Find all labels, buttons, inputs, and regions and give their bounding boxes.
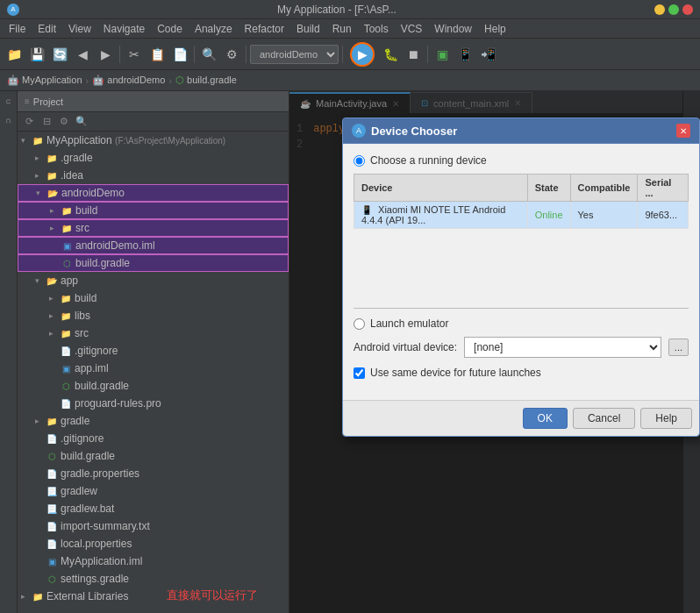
breadcrumb-android-demo[interactable]: 🤖 androidDemo [92, 75, 165, 86]
toolbar-android[interactable]: ▣ [432, 44, 453, 65]
launch-emulator-radio[interactable] [354, 318, 365, 330]
same-device-label[interactable]: Use same device for future launches [370, 367, 541, 379]
menu-edit[interactable]: Edit [32, 21, 61, 37]
tree-build-gradle-app[interactable]: ⬡ build.gradle [18, 377, 289, 395]
choose-device-label[interactable]: Choose a running device [370, 154, 487, 167]
toolbar-refresh[interactable]: 🔄 [49, 44, 70, 65]
menu-window[interactable]: Window [429, 21, 477, 37]
tree-build-app-arrow: ▸ [49, 294, 60, 303]
tree-import-summary[interactable]: 📄 import-summary.txt [18, 517, 289, 535]
tree-gradlew-bat[interactable]: 📃 gradlew.bat [18, 500, 289, 517]
dialog-close-button[interactable]: ✕ [676, 124, 690, 138]
dialog-ok-button[interactable]: OK [523, 408, 568, 429]
tree-gradle-root[interactable]: ▸ 📁 gradle [18, 412, 289, 430]
menu-refactor[interactable]: Refactor [239, 21, 289, 37]
tree-src-app-arrow: ▸ [49, 329, 60, 338]
tree-gitignore-root[interactable]: 📄 .gitignore [18, 430, 289, 447]
breadcrumb-myapp[interactable]: 🤖 MyApplication [7, 75, 82, 86]
tree-settings-gradle[interactable]: ⬡ settings.gradle [18, 570, 289, 588]
device-table: Device State Compatible Serial ... 📱 [354, 174, 689, 229]
tree-src-sub[interactable]: ▸ 📁 src [18, 219, 289, 237]
avd-browse-button[interactable]: ... [668, 339, 689, 356]
menu-tools[interactable]: Tools [359, 21, 394, 37]
tree-proguard[interactable]: 📄 proguard-rules.pro [18, 395, 289, 412]
device-selector[interactable]: androidDemo [250, 45, 339, 64]
stop-button[interactable]: ⏹ [403, 44, 424, 65]
minimize-btn[interactable] [654, 4, 665, 15]
tree-gradlew[interactable]: 📃 gradlew [18, 482, 289, 500]
toolbar-settings[interactable]: ⚙ [221, 44, 242, 65]
tree-local-properties[interactable]: 📄 local.properties [18, 535, 289, 552]
close-btn[interactable] [682, 4, 693, 15]
panel-sync[interactable]: ⟳ [21, 114, 37, 130]
panel-collapse[interactable]: ⊟ [39, 114, 54, 130]
tree-gradle-icon: 📁 [46, 152, 58, 164]
tree-idea[interactable]: ▸ 📁 .idea [18, 167, 289, 184]
window-controls[interactable] [654, 4, 693, 15]
toolbar-save[interactable]: 💾 [26, 44, 47, 65]
tree-build-app[interactable]: ▸ 📁 build [18, 289, 289, 307]
launch-emulator-label[interactable]: Launch emulator [370, 317, 448, 330]
tree-gitignore-app[interactable]: 📄 .gitignore [18, 342, 289, 360]
menu-view[interactable]: View [63, 21, 96, 37]
menu-file[interactable]: File [4, 21, 31, 37]
menu-bar: File Edit View Navigate Code Analyze Ref… [0, 19, 700, 39]
menu-analyze[interactable]: Analyze [189, 21, 238, 37]
device-row-1[interactable]: 📱 Xiaomi MI NOTE LTE Android 4.4.4 (API … [354, 202, 689, 229]
tree-src-app[interactable]: ▸ 📁 src [18, 324, 289, 342]
dialog-help-button[interactable]: Help [640, 408, 692, 429]
tree-android-demo-iml[interactable]: ▣ androidDemo.iml [18, 237, 289, 254]
sidebar-icon-captures[interactable]: C [2, 114, 16, 128]
panel-settings[interactable]: ⚙ [56, 114, 72, 130]
menu-run[interactable]: Run [327, 21, 357, 37]
run-button[interactable]: ▶ [350, 42, 375, 67]
toolbar-open[interactable]: 📁 [4, 44, 25, 65]
tree-libs-arrow: ▸ [49, 311, 60, 320]
menu-navigate[interactable]: Navigate [98, 21, 150, 37]
toolbar-find[interactable]: 🔍 [198, 44, 219, 65]
sidebar-icon-unicode[interactable]: U [2, 95, 16, 109]
debug-button[interactable]: 🐛 [380, 44, 401, 65]
device-phone-icon: 📱 [361, 205, 372, 215]
tree-gradle-properties[interactable]: 📄 gradle.properties [18, 465, 289, 482]
avd-select[interactable]: [none] [464, 337, 661, 358]
toolbar-sdk[interactable]: 📱 [454, 44, 475, 65]
toolbar-paste[interactable]: 📄 [169, 44, 190, 65]
toolbar-copy[interactable]: 📋 [146, 44, 168, 65]
breadcrumb-build-gradle[interactable]: ⬡ build.gradle [175, 75, 237, 86]
tree-app-iml[interactable]: ▣ app.iml [18, 360, 289, 377]
tree-libs[interactable]: ▸ 📁 libs [18, 307, 289, 324]
tree-build-gradle-sub[interactable]: ⬡ build.gradle [18, 254, 289, 272]
panel-filter[interactable]: 🔍 [74, 114, 89, 130]
tree-app[interactable]: ▾ 📂 app [18, 272, 289, 289]
tree-gradle[interactable]: ▸ 📁 .gradle [18, 149, 289, 167]
same-device-checkbox[interactable] [354, 367, 365, 379]
tree-myapp-iml[interactable]: ▣ MyApplication.iml [18, 552, 289, 570]
menu-vcs[interactable]: VCS [396, 21, 428, 37]
menu-build[interactable]: Build [291, 21, 325, 37]
toolbar-cut[interactable]: ✂ [124, 44, 145, 65]
dialog-cancel-button[interactable]: Cancel [573, 408, 635, 429]
tree-external-libs[interactable]: ▸ 📁 External Libraries [18, 588, 289, 605]
dialog-footer: OK Cancel Help [343, 400, 699, 436]
main-layout: U C ≡ Project ⟳ ⊟ ⚙ 🔍 ▾ 📁 MyApplication … [0, 91, 700, 613]
tree-root[interactable]: ▾ 📁 MyApplication (F:\AsProject\MyApplic… [18, 132, 289, 149]
tree-build-gradle-root[interactable]: ⬡ build.gradle [18, 447, 289, 465]
separator1 [119, 46, 120, 63]
toolbar-back[interactable]: ◀ [72, 44, 93, 65]
title-bar: A My Application - [F:\AsP... [0, 0, 700, 19]
avd-label: Android virtual device: [354, 341, 457, 353]
tree-idea-arrow: ▸ [35, 171, 46, 180]
menu-code[interactable]: Code [152, 21, 188, 37]
tree-src-sub-arrow: ▸ [50, 224, 61, 232]
toolbar-forward[interactable]: ▶ [95, 44, 116, 65]
tree-build-sub[interactable]: ▸ 📁 build [18, 202, 289, 219]
toolbar-avd[interactable]: 📲 [477, 44, 498, 65]
tree-src-app-label: src [75, 327, 89, 339]
menu-help[interactable]: Help [479, 21, 511, 37]
tree-android-demo[interactable]: ▾ 📂 androidDemo [18, 184, 289, 202]
tree-src-app-icon: 📁 [60, 327, 72, 339]
file-tree[interactable]: ▾ 📁 MyApplication (F:\AsProject\MyApplic… [18, 132, 289, 613]
maximize-btn[interactable] [668, 4, 679, 15]
choose-device-radio[interactable] [354, 155, 365, 167]
